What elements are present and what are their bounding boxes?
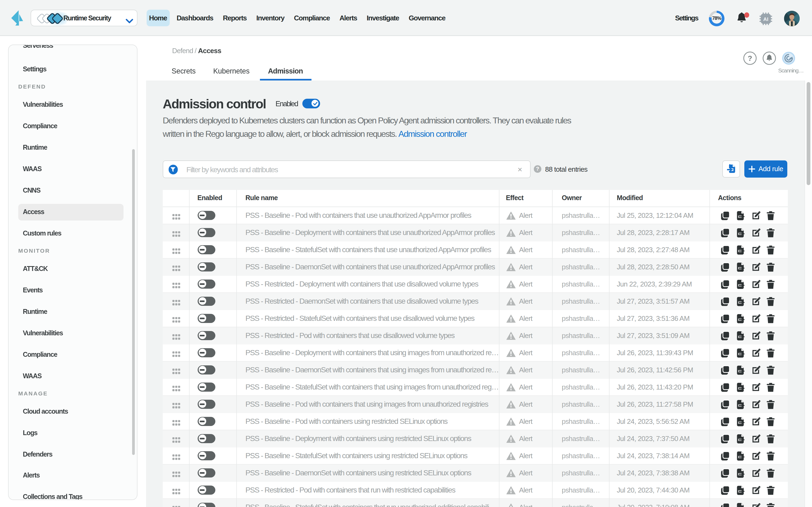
svg-text:?: ? (748, 54, 752, 62)
svg-text:AI: AI (763, 16, 768, 22)
